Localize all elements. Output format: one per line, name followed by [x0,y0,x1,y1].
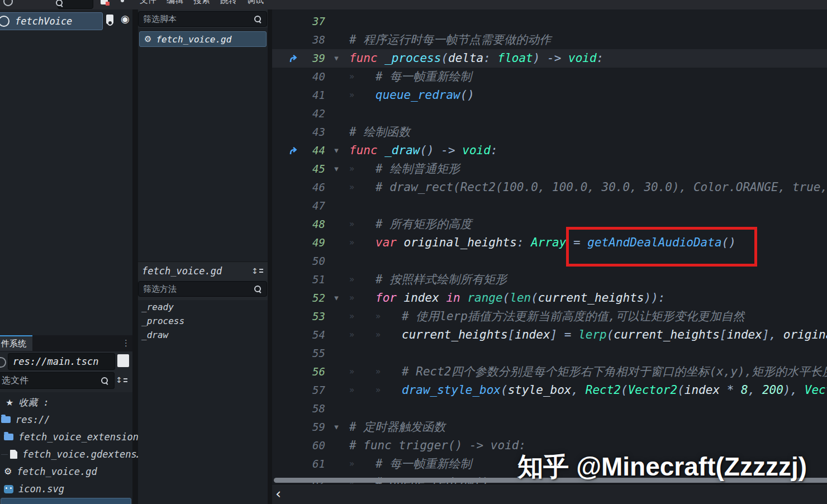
code-line-41[interactable]: 41»queue_redraw() [272,86,827,104]
line-number: 57 [298,381,325,400]
token-type: Vector2 [628,383,678,397]
token-sym: ( [607,328,614,341]
menu-调试[interactable]: 调试 [247,0,264,6]
code-line-39[interactable]: 39▾func _process(delta: float) -> void: [272,49,827,68]
line-number: 39 [298,49,325,68]
tab-indent-marker: » [349,289,376,307]
menu-编辑[interactable]: 编辑 [167,0,183,6]
override-arrow-icon [272,141,298,160]
filesystem-tabbar: 件系统 ⋮ [0,335,132,351]
tab-indent-marker: » [349,86,376,104]
code-line-47[interactable]: 47 [272,197,827,215]
code-line-57[interactable]: 57»»draw_style_box(style_box, Rect2(Vect… [272,381,827,400]
token-id: current_heights [538,291,644,305]
code-line-51[interactable]: 51»# 按照样式绘制所有矩形 [272,270,827,289]
code-line-37[interactable]: 37 [272,12,827,31]
file-row[interactable]: ⚙fetch_voice.gd [0,463,135,480]
code-line-59[interactable]: 59▾# 定时器触发函数 [272,418,827,436]
nav-history-icon[interactable] [0,357,6,368]
tab-indent-marker: » [349,178,376,197]
filter-nodes-input[interactable] [58,0,93,9]
code-line-38[interactable]: 38# 程序运行时每一帧节点需要做的动作 [272,31,827,49]
code-text: »for index in range(len(current_heights)… [348,289,665,307]
code-text: »# 每一帧重新绘制 [348,68,472,86]
menu-跳转[interactable]: 跳转 [220,0,237,6]
code-line-43[interactable]: 43# 绘制函数 [272,123,827,141]
file-row[interactable]: icon.svg [0,481,135,497]
code-editor[interactable]: 3738# 程序运行时每一帧节点需要做的动作39▾func _process(d… [272,9,827,504]
file-row[interactable]: ★收藏 : [0,394,136,411]
code-text: »# 绘制普通矩形 [348,160,460,178]
fold-arrow-icon[interactable]: ▾ [325,418,348,436]
code-line-54[interactable]: 54»»current_heights[index] = lerp(curren… [272,326,827,344]
tab-indent-marker: » [349,160,376,178]
token-sym: [ [720,328,727,341]
panel-menu-dots-icon[interactable]: ⋮ [122,338,130,348]
tab-indent-marker: » [349,307,376,326]
line-number: 53 [298,307,325,326]
file-row[interactable]: fetch_voice_extension [0,429,135,445]
token-kw: func [349,51,384,65]
method-item-_ready[interactable]: _ready [138,300,268,314]
favorites-star-icon: ★ [6,397,13,408]
fold-arrow-icon[interactable]: ▾ [325,141,348,160]
filesystem-panel: 件系统 ⋮ res://main.tscn 选文件 ↕ ★收藏 :res://f… [0,335,132,504]
code-line-53[interactable]: 53»»# 使用lerp插值方法更新当前高度的值,可以让矩形变化更加自然 [272,307,827,326]
token-sym: ), [783,383,805,397]
file-row-selected[interactable] [1,498,131,504]
visibility-eye-icon[interactable]: ◉ [121,14,130,24]
fold-arrow-icon[interactable]: ▾ [325,49,348,68]
file-row[interactable]: res:// [0,411,132,428]
current-path-field[interactable]: res://main.tscn [8,353,115,370]
code-line-58[interactable]: 58 [272,400,827,418]
override-arrow-icon [272,49,298,68]
script-attached-icon[interactable] [106,15,113,24]
code-line-56[interactable]: 56»»# Rect2四个参数分别是每个矩形右下角相对于窗口的坐标(x,y),矩… [272,363,827,381]
fold-arrow-icon[interactable]: ▾ [325,289,348,307]
menu-文件[interactable]: 文件 [140,0,156,6]
node-toolbar-icon[interactable] [3,0,13,6]
line-number: 58 [298,400,325,418]
search-icon [101,377,108,384]
tab-indent-marker: » [349,234,376,252]
method-item-_draw[interactable]: _draw [138,328,268,342]
tab-indent-marker: » [349,270,376,289]
script-list-item[interactable]: ⚙fetch_voice.gd [139,31,267,47]
filter-scripts-input[interactable]: 筛选脚本 [138,11,267,27]
detach-script-icon[interactable] [101,0,108,4]
code-line-46[interactable]: 46»# draw_rect(Rect2(100.0, 100.0, 30.0,… [272,178,827,197]
token-fndef: _draw [384,144,420,157]
token-id: current_heights [402,328,508,341]
token-builtin: len [510,291,531,305]
script-list: ⚙fetch_voice.gd [138,28,268,261]
collapse-left-chevron-icon[interactable]: ‹ [275,486,281,502]
code-line-42[interactable]: 42 [272,104,827,123]
code-line-40[interactable]: 40»# 每一帧重新绘制 [272,68,827,86]
token-sym: ( [677,383,685,397]
file-sort-icon[interactable]: ↕ [116,376,127,384]
menu-dots-icon[interactable] [121,0,124,2]
method-sort-icon[interactable]: ↕ [251,267,263,275]
current-script-row[interactable]: fetch_voice.gd ↕ [138,261,268,279]
code-text: # 程序运行时每一帧节点需要做的动作 [348,31,551,49]
file-tree: ★收藏 :res://fetch_voice_extensionfetch_vo… [0,392,132,504]
token-id: original_heights [404,236,517,249]
method-item-_process[interactable]: _process [138,314,268,328]
line-number: 51 [298,270,325,289]
menu-搜索[interactable]: 搜索 [193,0,210,6]
file-row[interactable]: fetch_voice.gdextens… [0,446,141,463]
godot-svg-icon [4,485,13,493]
token-com: # 程序运行时每一帧节点需要做的动作 [349,33,551,46]
filter-files-input[interactable]: 选文件 [0,372,115,389]
filter-methods-input[interactable]: 筛选方法 [138,281,267,297]
code-text: »»# 使用lerp插值方法更新当前高度的值,可以让矩形变化更加自然 [348,307,745,326]
code-line-55[interactable]: 55 [272,344,827,363]
code-line-44[interactable]: 44▾func _draw() -> void: [272,141,827,160]
code-line-45[interactable]: 45▾»# 绘制普通矩形 [272,160,827,178]
code-line-52[interactable]: 52▾»for index in range(len(current_heigh… [272,289,827,307]
tab-filesystem[interactable]: 件系统 [0,335,32,351]
panel-splitter[interactable] [268,9,272,504]
node-icon [0,16,9,27]
fold-arrow-icon[interactable]: ▾ [325,160,348,178]
scene-node-row[interactable]: fetchVoice [0,12,103,30]
